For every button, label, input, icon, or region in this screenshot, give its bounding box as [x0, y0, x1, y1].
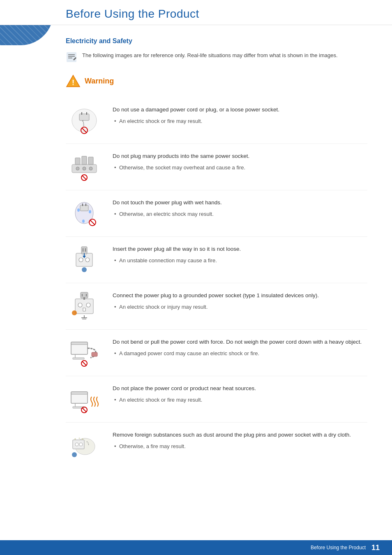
- warning-header: ! Warning: [66, 74, 367, 88]
- item-6-image: [66, 336, 103, 369]
- item-2-main: Do not plug many products into the same …: [113, 152, 367, 160]
- svg-point-16: [89, 167, 92, 170]
- item-3-text: Do not touch the power plug with wet han…: [113, 197, 367, 218]
- warning-label: Warning: [85, 77, 114, 86]
- svg-text:!: !: [72, 79, 74, 87]
- item-3-sub: Otherwise, an electric shock may result.: [113, 210, 367, 218]
- item-2-sub: Otherwise, the socket may overheat and c…: [113, 164, 367, 172]
- svg-rect-34: [81, 247, 87, 254]
- item-8-sub: Otherwise, a fire may result.: [113, 442, 367, 451]
- item-5-sub: An electric shock or injury may result.: [113, 303, 367, 311]
- svg-line-21: [82, 176, 86, 180]
- svg-point-28: [82, 220, 85, 223]
- page-footer: Before Using the Product 11: [0, 540, 392, 555]
- item-5-image: [66, 290, 103, 323]
- item-5-main: Connect the power plug to a grounded pow…: [113, 291, 367, 300]
- svg-rect-0: [67, 52, 76, 62]
- footer-page-number: 11: [371, 543, 380, 552]
- svg-point-27: [89, 210, 91, 213]
- safety-item: Do not touch the power plug with wet han…: [66, 190, 367, 237]
- svg-point-70: [79, 438, 80, 439]
- item-4-text: Insert the power plug all the way in so …: [113, 243, 367, 265]
- svg-point-15: [83, 167, 86, 170]
- main-content: Electricity and Safety The following ima…: [0, 25, 392, 493]
- svg-point-68: [79, 443, 83, 446]
- svg-rect-47: [83, 297, 85, 300]
- svg-point-39: [82, 267, 87, 272]
- section-heading: Electricity and Safety: [66, 37, 367, 45]
- svg-rect-56: [92, 352, 97, 356]
- svg-point-33: [85, 258, 90, 262]
- svg-rect-8: [79, 114, 89, 120]
- warning-triangle-icon: !: [66, 74, 81, 88]
- item-8-text: Remove foreign substances such as dust a…: [113, 429, 367, 451]
- svg-line-64: [82, 408, 86, 412]
- svg-point-14: [76, 167, 79, 170]
- item-3-main: Do not touch the power plug with wet han…: [113, 199, 367, 207]
- svg-point-32: [79, 258, 83, 262]
- item-4-main: Insert the power plug all the way in so …: [113, 245, 367, 253]
- safety-item: Do not bend or pull the power cord with …: [66, 330, 367, 376]
- safety-item: Do not plug many products into the same …: [66, 144, 367, 190]
- svg-point-69: [74, 438, 76, 440]
- svg-point-26: [77, 208, 80, 212]
- safety-item: Do not use a damaged power cord or plug,…: [66, 97, 367, 144]
- note-box: The following images are for reference o…: [66, 51, 367, 63]
- svg-rect-53: [71, 342, 88, 345]
- item-8-image: [66, 429, 103, 462]
- safety-item: Do not place the power cord or product n…: [66, 376, 367, 423]
- svg-point-72: [72, 452, 77, 457]
- page-title: Before Using the Product: [66, 7, 392, 21]
- svg-point-71: [82, 438, 83, 440]
- item-2-image: [66, 150, 103, 183]
- svg-point-51: [72, 310, 77, 315]
- item-4-sub: An unstable connection may cause a fire.: [113, 257, 367, 265]
- item-7-sub: An electric shock or fire may result.: [113, 396, 367, 404]
- svg-rect-17: [75, 158, 80, 164]
- note-text: The following images are for reference o…: [82, 51, 338, 60]
- svg-rect-43: [83, 308, 85, 311]
- item-6-text: Do not bend or pull the power cord with …: [113, 336, 367, 358]
- svg-rect-18: [82, 156, 87, 164]
- safety-item: Remove foreign substances such as dust a…: [66, 423, 367, 469]
- svg-rect-23: [80, 205, 88, 211]
- safety-items-list: Do not use a damaged power cord or plug,…: [66, 97, 367, 469]
- item-6-main: Do not bend or pull the power cord with …: [113, 338, 367, 346]
- item-1-main: Do not use a damaged power cord or plug,…: [113, 106, 367, 114]
- item-5-text: Connect the power plug to a grounded pow…: [113, 290, 367, 311]
- item-3-image: [66, 197, 103, 230]
- item-1-sub: An electric shock or fire may result.: [113, 117, 367, 125]
- item-6-sub: A damaged power cord may cause an electr…: [113, 349, 367, 358]
- page-header: Before Using the Product: [0, 0, 392, 25]
- item-4-image: [66, 243, 103, 276]
- svg-rect-19: [88, 157, 93, 164]
- item-8-main: Remove foreign substances such as dust a…: [113, 431, 367, 439]
- svg-line-58: [82, 361, 86, 365]
- item-7-text: Do not place the power cord or product n…: [113, 383, 367, 404]
- item-1-text: Do not use a damaged power cord or plug,…: [113, 104, 367, 125]
- item-7-image: [66, 383, 103, 416]
- svg-point-67: [75, 443, 78, 446]
- safety-item: Insert the power plug all the way in so …: [66, 237, 367, 283]
- safety-item: Connect the power plug to a grounded pow…: [66, 283, 367, 330]
- svg-point-41: [78, 303, 82, 307]
- svg-rect-55: [73, 358, 84, 359]
- item-1-image: [66, 104, 103, 137]
- note-icon: [66, 51, 77, 63]
- svg-rect-60: [71, 392, 88, 394]
- footer-text: Before Using the Product: [311, 545, 366, 550]
- svg-rect-44: [81, 292, 88, 298]
- item-7-main: Do not place the power cord or product n…: [113, 384, 367, 393]
- item-2-text: Do not plug many products into the same …: [113, 150, 367, 172]
- svg-point-42: [86, 303, 90, 307]
- svg-line-30: [90, 220, 95, 225]
